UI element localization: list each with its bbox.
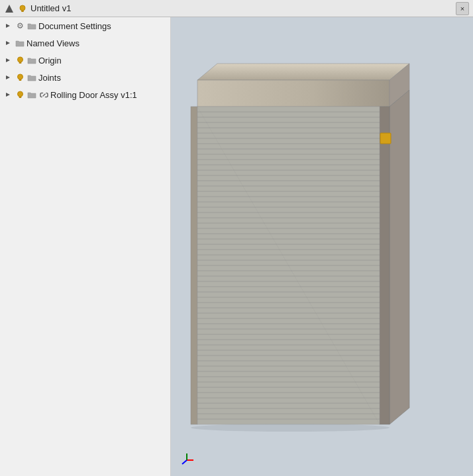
app-logo-icon [4, 3, 15, 14]
svg-point-12 [17, 91, 23, 97]
svg-point-1 [20, 5, 25, 11]
svg-point-9 [17, 74, 23, 79]
svg-marker-5 [6, 58, 10, 62]
svg-rect-15 [197, 80, 390, 107]
expand-arrow-icon [3, 72, 13, 83]
svg-point-82 [191, 424, 390, 432]
svg-rect-19 [191, 107, 197, 424]
expand-arrow-icon [3, 89, 13, 100]
svg-marker-8 [6, 75, 10, 79]
sidebar-item-named-views[interactable]: Named Views [0, 34, 170, 52]
folder-icon [15, 38, 25, 48]
folder-icon [26, 21, 37, 31]
folder-icon [26, 55, 37, 66]
bulb-icon [15, 55, 25, 66]
expand-arrow-icon [3, 38, 13, 48]
sidebar-item-rolling-door[interactable]: Rolling Door Assy v1:1 [0, 86, 170, 103]
svg-rect-18 [380, 107, 390, 424]
svg-point-6 [17, 57, 23, 62]
folder-icon [26, 72, 37, 83]
title-bar-label: Untitled v1 [30, 3, 453, 13]
sidebar-panel: ⚙ Document Settings Named Views [0, 17, 171, 476]
sidebar-item-document-settings[interactable]: ⚙ Document Settings [0, 17, 170, 34]
svg-marker-11 [6, 93, 10, 97]
sidebar-item-origin[interactable]: Origin [0, 52, 170, 69]
gear-icon: ⚙ [15, 21, 25, 31]
svg-rect-13 [19, 97, 21, 98]
svg-line-85 [182, 460, 187, 464]
bulb-icon [15, 72, 25, 83]
folder-icon [26, 89, 37, 100]
close-button[interactable]: × [456, 2, 469, 15]
svg-marker-0 [5, 5, 13, 13]
svg-marker-14 [197, 64, 409, 80]
close-icon: × [460, 5, 464, 13]
expand-arrow-icon [3, 55, 13, 66]
3d-viewport[interactable] [171, 17, 473, 476]
sidebar-item-label: Joints [38, 73, 61, 83]
svg-marker-17 [390, 90, 409, 424]
rolling-door-3d [184, 30, 473, 467]
svg-rect-10 [19, 79, 21, 81]
svg-marker-3 [6, 24, 10, 28]
sidebar-item-joints[interactable]: Joints [0, 69, 170, 86]
svg-rect-81 [380, 133, 391, 144]
expand-arrow-icon [3, 21, 13, 31]
axis-indicator [179, 452, 195, 468]
sidebar-item-label: Rolling Door Assy v1:1 [50, 90, 137, 100]
sidebar-item-label: Named Views [26, 38, 79, 48]
title-bar: Untitled v1 × [0, 0, 473, 17]
svg-marker-4 [6, 41, 10, 45]
svg-rect-2 [21, 11, 24, 12]
bulb-title-icon [17, 3, 28, 14]
sidebar-item-label: Origin [38, 56, 62, 66]
link-icon [38, 89, 49, 100]
bulb-icon [15, 89, 25, 100]
sidebar-item-label: Document Settings [38, 21, 111, 31]
svg-rect-7 [19, 62, 21, 64]
